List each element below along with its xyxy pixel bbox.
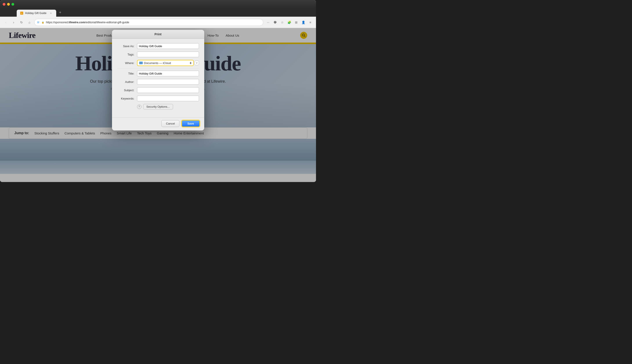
where-select[interactable]: Documents — iCloud: [137, 60, 194, 66]
save-as-row: Save As:: [117, 43, 199, 49]
menu-button[interactable]: ≡: [307, 19, 313, 26]
author-input[interactable]: [137, 79, 199, 85]
save-as-label: Save As:: [117, 44, 137, 48]
title-row: Title:: [117, 70, 199, 76]
print-dialog: Print Save As: Tags: Where:: [112, 30, 204, 130]
title-input[interactable]: [137, 70, 199, 76]
extensions-button[interactable]: 🧩: [286, 19, 292, 26]
keywords-label: Keywords:: [117, 97, 137, 100]
tab-favicon: L: [20, 12, 23, 15]
where-value: Documents — iCloud: [144, 62, 188, 65]
tags-label: Tags:: [117, 53, 137, 56]
author-label: Author:: [117, 80, 137, 84]
lock-icon: 🔒: [42, 21, 44, 24]
tab-title: Holiday Gift Guide: [25, 12, 48, 15]
tags-input[interactable]: [137, 52, 199, 57]
bookmark-button[interactable]: ☆: [279, 19, 285, 26]
maximize-window-button[interactable]: [12, 3, 14, 6]
subject-input[interactable]: [137, 87, 199, 93]
dialog-title: Print: [112, 30, 204, 39]
browser-window: L Holiday Gift Guide × + ‹ › ↻ ⌂ ⛨ 🔒 htt…: [0, 0, 316, 182]
minimize-window-button[interactable]: [7, 3, 10, 6]
profile-button[interactable]: 👤: [300, 19, 306, 26]
title-bar: [0, 0, 316, 8]
where-row: Where: Documents — iCloud: [117, 60, 199, 66]
url-path: /editorial/lifewire-editorial-gift-guide: [85, 20, 129, 24]
browser-tab[interactable]: L Holiday Gift Guide ×: [17, 10, 56, 17]
dialog-body: Save As: Tags: Where: Documents — iCloud: [112, 39, 204, 117]
layout-button[interactable]: ⊞: [293, 19, 299, 26]
title-label: Title:: [117, 72, 137, 75]
toolbar-actions: ··· 🅟 ☆ 🧩 ⊞ 👤 ≡: [265, 19, 313, 26]
refresh-button[interactable]: ↻: [19, 19, 25, 26]
help-button[interactable]: ?: [137, 104, 141, 109]
address-bar: ‹ › ↻ ⌂ ⛨ 🔒 https://sponsored.lifewire.c…: [0, 17, 316, 28]
url-domain: lifewire.com: [69, 20, 85, 24]
dialog-overlay: Print Save As: Tags: Where:: [0, 28, 316, 182]
back-button[interactable]: ‹: [3, 19, 9, 26]
tags-row: Tags:: [117, 52, 199, 57]
subject-row: Subject:: [117, 87, 199, 93]
save-as-input[interactable]: [137, 43, 199, 49]
new-tab-button[interactable]: +: [57, 10, 63, 16]
more-button[interactable]: ···: [265, 19, 271, 26]
url-bar[interactable]: ⛨ 🔒 https://sponsored.lifewire.com/edito…: [34, 19, 263, 26]
tab-close-button[interactable]: ×: [49, 12, 53, 15]
chevron-down-icon: [196, 62, 198, 64]
folder-icon: [139, 62, 143, 64]
where-label: Where:: [117, 62, 137, 65]
subject-label: Subject:: [117, 88, 137, 92]
tab-bar: L Holiday Gift Guide × +: [0, 8, 316, 17]
page-content: Lifewire Best Products News Gaming Famil…: [0, 28, 316, 182]
dialog-footer: Cancel Save: [112, 117, 204, 130]
traffic-lights: [3, 3, 14, 6]
keywords-input[interactable]: [137, 96, 199, 101]
cancel-button[interactable]: Cancel: [161, 120, 179, 127]
forward-button[interactable]: ›: [11, 19, 17, 26]
author-row: Author:: [117, 79, 199, 85]
url-prefix: https://sponsored.: [46, 20, 69, 24]
shield-icon: ⛨: [37, 21, 40, 24]
security-options-button[interactable]: Security Options...: [143, 104, 173, 110]
help-security-row: ? Security Options...: [137, 104, 199, 110]
home-button[interactable]: ⌂: [26, 19, 33, 26]
pocket-button[interactable]: 🅟: [272, 19, 278, 26]
url-text: https://sponsored.lifewire.com/editorial…: [46, 20, 261, 24]
close-window-button[interactable]: [3, 3, 6, 6]
help-symbol: ?: [138, 105, 140, 108]
keywords-row: Keywords:: [117, 96, 199, 101]
save-button[interactable]: Save: [182, 120, 200, 127]
sort-arrows-icon: [190, 62, 191, 64]
where-expand-button[interactable]: [194, 61, 199, 65]
